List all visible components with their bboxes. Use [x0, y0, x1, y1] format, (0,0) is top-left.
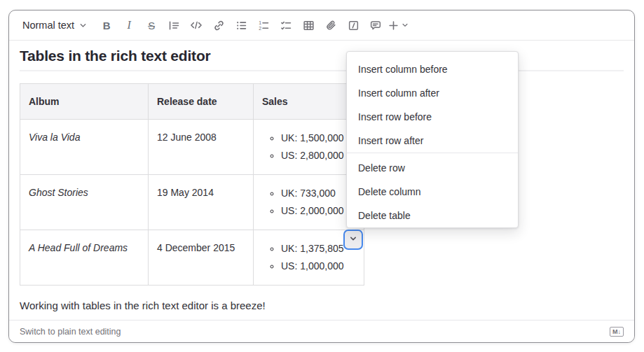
- column-header-release-date[interactable]: Release date: [149, 84, 254, 120]
- cell-album[interactable]: Viva la Vida: [20, 120, 149, 175]
- sales-list: UK: 733,000US: 2,000,000: [262, 185, 355, 220]
- italic-button[interactable]: I: [118, 14, 140, 36]
- table-row: Viva la Vida12 June 2008UK: 1,500,000US:…: [20, 120, 364, 175]
- document-heading[interactable]: Tables in the rich text editor: [20, 46, 624, 71]
- table-row: Ghost Stories19 May 2014UK: 733,000US: 2…: [20, 175, 364, 230]
- cell-album[interactable]: A Head Full of Dreams: [20, 230, 149, 286]
- sales-list-item: US: 1,000,000: [281, 258, 355, 275]
- editor-content-area: Tables in the rich text editor Album Rel…: [9, 46, 634, 311]
- table-options-menu: Insert column beforeInsert column afterI…: [346, 51, 519, 228]
- sales-list-item: UK: 733,000: [281, 185, 355, 202]
- numbered-list-icon: 12: [258, 20, 270, 31]
- menu-divider: [347, 153, 518, 153]
- editor-toolbar: Normal text B I S 12: [9, 10, 634, 41]
- table-button[interactable]: [297, 14, 320, 36]
- sales-list-item: US: 2,000,000: [281, 202, 355, 220]
- menu-item-delete-row[interactable]: Delete row: [347, 156, 518, 180]
- sales-list: UK: 1,500,000US: 2,800,000: [262, 129, 355, 164]
- sales-list-item: UK: 1,500,000: [281, 129, 355, 147]
- quote-icon: [168, 20, 180, 31]
- text-style-dropdown[interactable]: Normal text: [20, 14, 90, 36]
- table-icon: [303, 20, 315, 31]
- document-paragraph[interactable]: Working with tables in the rich text edi…: [20, 300, 624, 311]
- strikethrough-icon: S: [148, 20, 155, 31]
- code-button[interactable]: [185, 14, 207, 36]
- comment-button[interactable]: [364, 14, 387, 36]
- bold-icon: B: [103, 20, 111, 31]
- bullet-list-icon: [235, 20, 247, 31]
- editor-footer: Switch to plain text editing M↓: [9, 320, 634, 342]
- attachment-button[interactable]: [320, 14, 342, 36]
- rich-text-editor: Normal text B I S 12: [8, 10, 635, 343]
- menu-item-insert-column-after[interactable]: Insert column after: [347, 81, 518, 105]
- cell-options-button[interactable]: [343, 230, 363, 250]
- menu-item-insert-row-after[interactable]: Insert row after: [347, 129, 518, 153]
- menu-item-insert-row-before[interactable]: Insert row before: [347, 105, 518, 129]
- svg-text:1: 1: [259, 20, 261, 25]
- link-button[interactable]: [207, 14, 230, 36]
- bullet-list-button[interactable]: [230, 14, 252, 36]
- plus-icon: [388, 20, 399, 31]
- more-options-button[interactable]: [387, 14, 409, 36]
- table-header-row: Album Release date Sales: [20, 84, 364, 120]
- switch-to-plain-text-link[interactable]: Switch to plain text editing: [20, 327, 121, 337]
- album-table: Album Release date Sales Viva la Vida12 …: [20, 83, 364, 286]
- code-icon: [190, 20, 203, 31]
- cell-album[interactable]: Ghost Stories: [20, 175, 149, 230]
- task-list-icon: [280, 20, 292, 31]
- numbered-list-button[interactable]: 12: [252, 14, 275, 36]
- attachment-icon: [325, 20, 337, 31]
- chevron-down-icon: [349, 234, 357, 245]
- table-row: A Head Full of Dreams4 December 2015UK: …: [20, 230, 364, 286]
- sales-list: UK: 1,375,805US: 1,000,000: [262, 240, 355, 275]
- cell-release-date[interactable]: 4 December 2015: [149, 230, 254, 286]
- menu-item-insert-column-before[interactable]: Insert column before: [347, 57, 518, 81]
- sales-list-item: US: 2,800,000: [281, 147, 355, 164]
- link-icon: [213, 20, 225, 31]
- quote-button[interactable]: [163, 14, 185, 36]
- menu-item-delete-table[interactable]: Delete table: [347, 204, 518, 227]
- markdown-icon[interactable]: M↓: [610, 327, 624, 337]
- comment-icon: [369, 20, 382, 31]
- svg-text:2: 2: [259, 25, 261, 30]
- menu-item-delete-column[interactable]: Delete column: [347, 180, 518, 204]
- album-table-body: Viva la Vida12 June 2008UK: 1,500,000US:…: [20, 120, 364, 286]
- task-list-button[interactable]: [275, 14, 297, 36]
- slash-command-button[interactable]: [342, 14, 364, 36]
- chevron-down-icon: [79, 22, 87, 29]
- cell-release-date[interactable]: 12 June 2008: [149, 120, 254, 175]
- column-header-album[interactable]: Album: [20, 84, 149, 120]
- text-style-label: Normal text: [22, 20, 74, 31]
- italic-icon: I: [127, 19, 130, 31]
- bold-button[interactable]: B: [95, 14, 118, 36]
- slash-command-icon: [348, 20, 359, 31]
- cell-release-date[interactable]: 19 May 2014: [149, 175, 254, 230]
- strikethrough-button[interactable]: S: [140, 14, 163, 36]
- chevron-down-icon: [402, 22, 409, 29]
